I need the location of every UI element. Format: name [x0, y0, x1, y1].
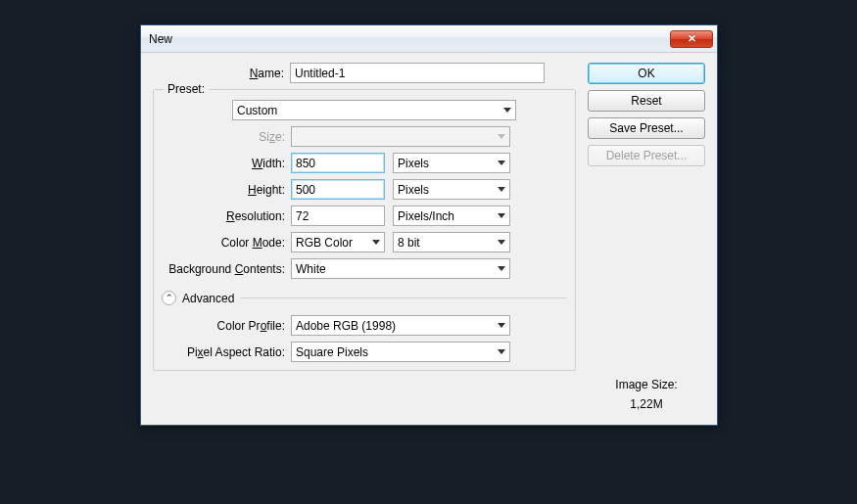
preset-dropdown[interactable]: Custom	[232, 100, 516, 120]
advanced-separator: ⌃ Advanced	[162, 291, 567, 305]
color-profile-dropdown[interactable]: Adobe RGB (1998)	[291, 315, 510, 336]
pixel-aspect-dropdown[interactable]: Square Pixels	[291, 342, 510, 362]
size-dropdown	[291, 126, 510, 147]
preset-label: Preset:	[164, 82, 209, 96]
close-icon: ✕	[688, 32, 696, 45]
chevron-down-icon	[498, 240, 505, 245]
close-button[interactable]: ✕	[670, 30, 713, 48]
chevron-down-icon	[498, 323, 505, 328]
chevron-down-icon	[498, 266, 505, 271]
chevron-up-icon: ⌃	[166, 294, 173, 302]
dialog-body: Name: Preset: Custom Size:	[141, 53, 717, 425]
width-label: Width:	[162, 157, 291, 170]
bg-contents-dropdown[interactable]: White	[291, 258, 510, 279]
ok-button[interactable]: OK	[588, 63, 705, 84]
image-size-label: Image Size:	[588, 378, 705, 391]
color-mode-dropdown[interactable]: RGB Color	[291, 232, 385, 252]
resolution-input[interactable]	[291, 206, 385, 226]
advanced-label: Advanced	[182, 292, 234, 305]
color-mode-label: Color Mode:	[162, 236, 291, 250]
bg-contents-label: Background Contents:	[162, 262, 291, 276]
color-profile-label: Color Profile:	[162, 319, 291, 333]
name-label: Name:	[153, 67, 290, 80]
chevron-down-icon	[498, 213, 505, 218]
new-document-dialog: New ✕ Name: Preset: Custom	[140, 24, 718, 426]
size-label: Size:	[162, 130, 291, 144]
preset-group: Preset: Custom Size:	[153, 89, 576, 371]
reset-button[interactable]: Reset	[588, 90, 705, 112]
height-unit-dropdown[interactable]: Pixels	[393, 179, 510, 200]
resolution-label: Resolution:	[162, 209, 291, 223]
resolution-unit-dropdown[interactable]: Pixels/Inch	[393, 206, 510, 226]
save-preset-button[interactable]: Save Preset...	[588, 117, 705, 139]
dialog-title: New	[149, 32, 670, 46]
delete-preset-button: Delete Preset...	[588, 145, 705, 166]
chevron-down-icon	[498, 160, 505, 165]
chevron-down-icon	[498, 349, 505, 354]
bit-depth-dropdown[interactable]: 8 bit	[393, 232, 510, 252]
image-size-value: 1,22M	[588, 397, 705, 411]
chevron-down-icon	[372, 240, 380, 245]
chevron-down-icon	[498, 134, 505, 139]
chevron-down-icon	[503, 108, 511, 113]
titlebar[interactable]: New ✕	[141, 25, 717, 53]
width-input[interactable]	[291, 153, 385, 173]
height-label: Height:	[162, 183, 291, 197]
image-size-display: Image Size: 1,22M	[588, 378, 705, 411]
pixel-aspect-label: Pixel Aspect Ratio:	[162, 345, 291, 359]
width-unit-dropdown[interactable]: Pixels	[393, 153, 510, 173]
chevron-down-icon	[498, 187, 505, 192]
advanced-toggle[interactable]: ⌃	[162, 291, 176, 305]
height-input[interactable]	[291, 179, 385, 200]
name-input[interactable]	[290, 63, 545, 83]
